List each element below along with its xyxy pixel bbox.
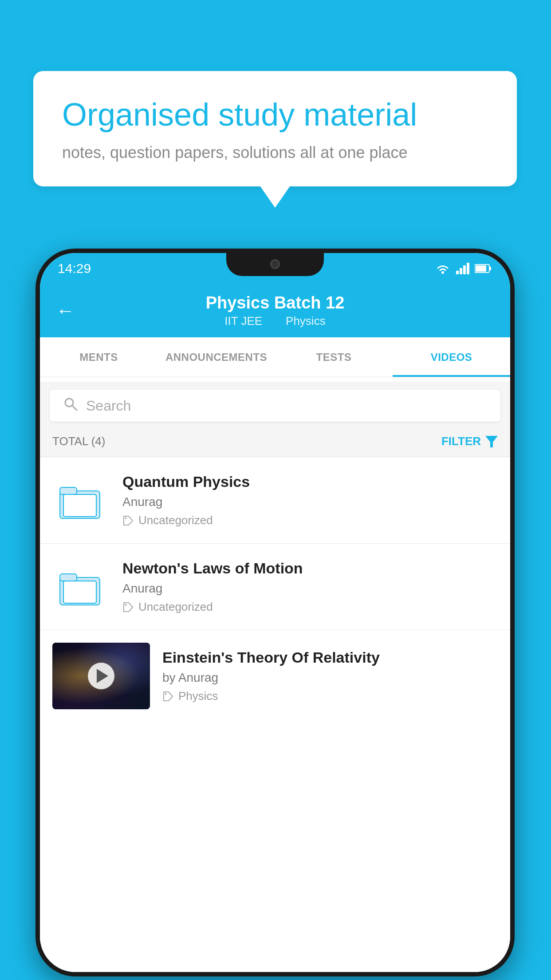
filter-icon: [485, 436, 498, 447]
search-icon: [63, 396, 78, 415]
back-button[interactable]: ←: [56, 300, 75, 321]
speech-bubble: Organised study material notes, question…: [33, 71, 517, 186]
filter-button[interactable]: FILTER: [441, 435, 498, 448]
video-info: Quantum Physics Anurag Uncategorized: [122, 473, 498, 527]
tag-icon: [122, 515, 134, 526]
front-camera: [270, 259, 280, 269]
list-item[interactable]: Quantum Physics Anurag Uncategorized: [40, 457, 510, 544]
svg-rect-7: [476, 265, 486, 272]
svg-point-18: [125, 604, 127, 605]
header-subtitle: IIT JEE Physics: [219, 314, 331, 328]
play-button-overlay: [52, 643, 150, 709]
video-tag: Physics: [162, 689, 498, 703]
phone-screen: 14:29: [40, 253, 510, 972]
tab-tests[interactable]: TESTS: [275, 337, 393, 377]
search-bar[interactable]: Search: [50, 390, 500, 422]
svg-rect-3: [463, 265, 466, 274]
video-author: Anurag: [122, 581, 498, 596]
play-button[interactable]: [88, 663, 114, 689]
video-info: Newton's Laws of Motion Anurag Uncategor…: [122, 560, 498, 614]
tabs-bar: MENTS ANNOUNCEMENTS TESTS VIDEOS: [40, 337, 510, 377]
svg-rect-4: [467, 263, 469, 274]
battery-icon: [475, 264, 492, 273]
svg-rect-17: [63, 581, 96, 603]
folder-icon-wrapper: [52, 565, 110, 609]
video-tag: Uncategorized: [122, 514, 498, 527]
svg-point-0: [441, 271, 444, 274]
video-info: Einstein's Theory Of Relativity by Anura…: [162, 649, 498, 703]
svg-line-9: [72, 406, 77, 410]
signal-icon: [456, 263, 469, 274]
svg-rect-16: [60, 574, 77, 581]
filter-bar: TOTAL (4) FILTER: [40, 426, 510, 457]
content-area: Quantum Physics Anurag Uncategorized: [40, 457, 510, 972]
tab-videos[interactable]: VIDEOS: [393, 337, 510, 377]
video-author: by Anurag: [162, 671, 498, 685]
video-author: Anurag: [122, 495, 498, 509]
play-icon: [97, 669, 108, 683]
status-icons: [435, 263, 492, 274]
tag-icon: [122, 601, 134, 613]
svg-marker-10: [485, 436, 498, 447]
phone-notch: [226, 253, 324, 276]
svg-rect-13: [63, 494, 96, 517]
header-title: Physics Batch 12: [206, 293, 345, 312]
svg-rect-12: [60, 487, 77, 494]
total-count: TOTAL (4): [52, 435, 105, 448]
tag-icon: [162, 691, 174, 702]
video-title: Quantum Physics: [122, 473, 498, 490]
video-title: Newton's Laws of Motion: [122, 560, 498, 577]
header-subtitle-physics: Physics: [286, 314, 326, 328]
folder-icon: [59, 481, 103, 519]
svg-rect-1: [456, 271, 459, 274]
header-subtitle-iit: IIT JEE: [224, 314, 262, 328]
folder-icon-wrapper: [52, 478, 110, 522]
folder-icon: [59, 568, 103, 606]
tab-announcements[interactable]: ANNOUNCEMENTS: [157, 337, 275, 377]
bubble-title: Organised study material: [62, 95, 488, 134]
bubble-subtitle: notes, question papers, solutions all at…: [62, 143, 488, 162]
wifi-icon: [435, 263, 451, 274]
svg-rect-6: [489, 267, 491, 270]
status-time: 14:29: [58, 261, 91, 276]
video-tag: Uncategorized: [122, 600, 498, 614]
tab-ments[interactable]: MENTS: [40, 337, 157, 377]
search-container: Search: [40, 382, 510, 430]
svg-point-14: [125, 517, 127, 519]
svg-rect-2: [460, 268, 462, 274]
list-item[interactable]: Einstein's Theory Of Relativity by Anura…: [40, 630, 510, 722]
list-item[interactable]: Newton's Laws of Motion Anurag Uncategor…: [40, 544, 510, 630]
app-header: ← Physics Batch 12 IIT JEE Physics: [40, 284, 510, 337]
phone-frame: 14:29: [35, 249, 515, 976]
video-thumbnail: [52, 643, 150, 709]
search-input-placeholder: Search: [86, 398, 131, 414]
svg-point-19: [165, 693, 167, 695]
video-title: Einstein's Theory Of Relativity: [162, 649, 498, 666]
